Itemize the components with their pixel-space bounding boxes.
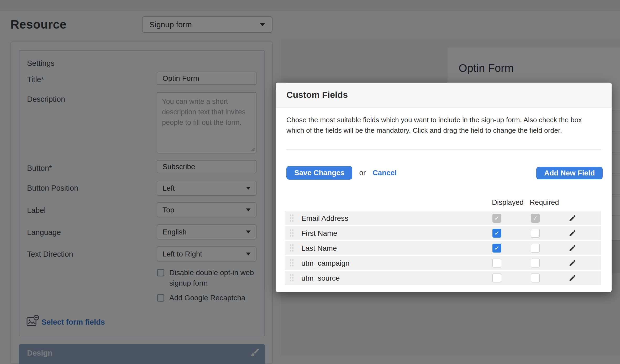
- edit-pencil-icon[interactable]: [569, 274, 576, 282]
- screen: Resource Signup form Settings Title* Des…: [0, 0, 620, 364]
- drag-handle-icon[interactable]: [290, 274, 293, 283]
- required-checkbox[interactable]: ✓: [531, 274, 540, 282]
- displayed-checkbox[interactable]: ✓: [492, 244, 501, 253]
- edit-pencil-icon[interactable]: [569, 214, 576, 222]
- drag-handle-icon[interactable]: [290, 259, 293, 268]
- drag-handle-icon[interactable]: [290, 215, 293, 223]
- modal-header: Custom Fields: [276, 83, 612, 108]
- check-icon: ✓: [494, 215, 499, 221]
- field-row-utm-source[interactable]: utm_source ✓ ✓: [285, 271, 601, 285]
- displayed-checkbox: ✓: [492, 214, 501, 223]
- displayed-column-header: Displayed: [492, 198, 524, 207]
- displayed-checkbox[interactable]: ✓: [492, 229, 501, 238]
- field-label: First Name: [301, 229, 337, 238]
- field-row-email-address[interactable]: Email Address ✓ ✓: [285, 211, 601, 225]
- required-column-header: Required: [530, 198, 559, 207]
- field-row-last-name[interactable]: Last Name ✓ ✓: [285, 241, 601, 255]
- modal-actions: Save Changes or Cancel: [286, 166, 397, 180]
- drag-handle-icon[interactable]: [290, 229, 293, 238]
- check-icon: ✓: [494, 245, 499, 251]
- required-checkbox[interactable]: ✓: [531, 244, 540, 253]
- displayed-checkbox[interactable]: ✓: [492, 259, 501, 267]
- displayed-checkbox[interactable]: ✓: [492, 274, 501, 282]
- add-new-field-button[interactable]: Add New Field: [536, 167, 603, 179]
- save-changes-button[interactable]: Save Changes: [286, 166, 352, 180]
- modal-title: Custom Fields: [286, 90, 348, 100]
- field-label: Last Name: [301, 244, 337, 253]
- field-label: Email Address: [301, 214, 348, 223]
- divider: [286, 149, 601, 150]
- custom-fields-modal: Custom Fields Chose the most suitable fi…: [276, 83, 612, 292]
- edit-pencil-icon[interactable]: [569, 229, 576, 237]
- required-checkbox[interactable]: ✓: [531, 259, 540, 267]
- edit-pencil-icon[interactable]: [569, 244, 576, 252]
- check-icon: ✓: [533, 215, 538, 221]
- field-row-utm-campaign[interactable]: utm_campaign ✓ ✓: [285, 256, 601, 270]
- field-row-first-name[interactable]: First Name ✓ ✓: [285, 226, 601, 240]
- drag-handle-icon[interactable]: [290, 244, 293, 253]
- edit-pencil-icon[interactable]: [569, 259, 576, 267]
- required-checkbox[interactable]: ✓: [531, 229, 540, 238]
- custom-fields-table: Email Address ✓ ✓ First Name ✓ ✓ Last Na…: [285, 211, 601, 286]
- field-label: utm_source: [301, 274, 340, 282]
- cancel-link[interactable]: Cancel: [372, 169, 397, 177]
- or-text: or: [359, 169, 366, 177]
- required-checkbox: ✓: [531, 214, 540, 223]
- check-icon: ✓: [494, 230, 499, 236]
- field-label: utm_campaign: [301, 259, 350, 267]
- modal-description: Chose the most suitable fields which you…: [286, 115, 601, 136]
